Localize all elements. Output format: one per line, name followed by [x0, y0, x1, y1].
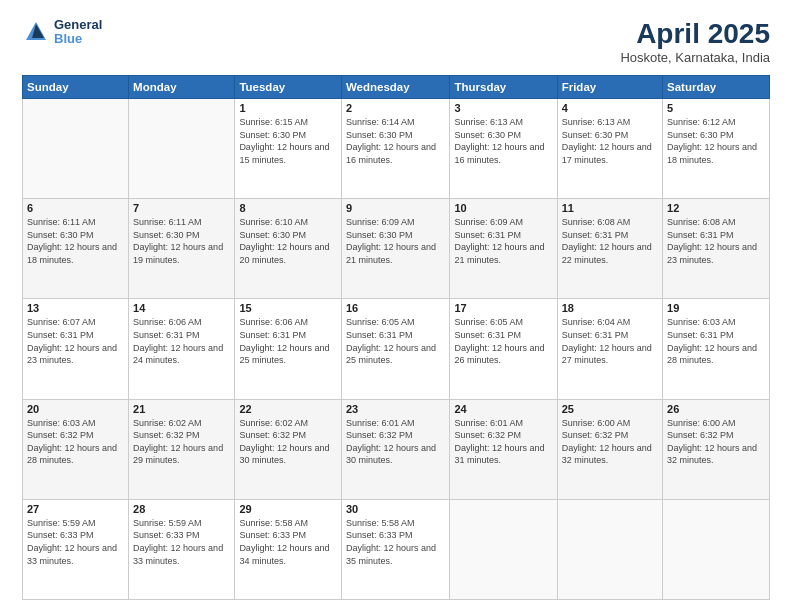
calendar-cell: 2Sunrise: 6:14 AMSunset: 6:30 PMDaylight…: [341, 99, 450, 199]
calendar-cell: 9Sunrise: 6:09 AMSunset: 6:30 PMDaylight…: [341, 199, 450, 299]
calendar-cell: 30Sunrise: 5:58 AMSunset: 6:33 PMDayligh…: [341, 499, 450, 599]
location: Hoskote, Karnataka, India: [620, 50, 770, 65]
calendar-cell: 12Sunrise: 6:08 AMSunset: 6:31 PMDayligh…: [663, 199, 770, 299]
day-info: Sunrise: 6:03 AMSunset: 6:31 PMDaylight:…: [667, 316, 765, 366]
day-info: Sunrise: 6:05 AMSunset: 6:31 PMDaylight:…: [346, 316, 446, 366]
day-info: Sunrise: 6:12 AMSunset: 6:30 PMDaylight:…: [667, 116, 765, 166]
day-number: 29: [239, 503, 337, 515]
day-number: 23: [346, 403, 446, 415]
day-info: Sunrise: 5:59 AMSunset: 6:33 PMDaylight:…: [27, 517, 124, 567]
calendar-table: SundayMondayTuesdayWednesdayThursdayFrid…: [22, 75, 770, 600]
day-info: Sunrise: 6:02 AMSunset: 6:32 PMDaylight:…: [133, 417, 230, 467]
day-number: 9: [346, 202, 446, 214]
day-info: Sunrise: 6:03 AMSunset: 6:32 PMDaylight:…: [27, 417, 124, 467]
calendar-cell: 7Sunrise: 6:11 AMSunset: 6:30 PMDaylight…: [129, 199, 235, 299]
weekday-header-row: SundayMondayTuesdayWednesdayThursdayFrid…: [23, 76, 770, 99]
day-info: Sunrise: 6:15 AMSunset: 6:30 PMDaylight:…: [239, 116, 337, 166]
day-number: 19: [667, 302, 765, 314]
day-info: Sunrise: 6:14 AMSunset: 6:30 PMDaylight:…: [346, 116, 446, 166]
calendar-cell: 21Sunrise: 6:02 AMSunset: 6:32 PMDayligh…: [129, 399, 235, 499]
calendar-cell: 23Sunrise: 6:01 AMSunset: 6:32 PMDayligh…: [341, 399, 450, 499]
day-number: 25: [562, 403, 658, 415]
day-info: Sunrise: 6:04 AMSunset: 6:31 PMDaylight:…: [562, 316, 658, 366]
weekday-header: Thursday: [450, 76, 557, 99]
logo-line2: Blue: [54, 32, 102, 46]
day-number: 27: [27, 503, 124, 515]
day-number: 10: [454, 202, 552, 214]
day-info: Sunrise: 6:13 AMSunset: 6:30 PMDaylight:…: [562, 116, 658, 166]
calendar-cell: 27Sunrise: 5:59 AMSunset: 6:33 PMDayligh…: [23, 499, 129, 599]
calendar-week-row: 6Sunrise: 6:11 AMSunset: 6:30 PMDaylight…: [23, 199, 770, 299]
calendar-cell: 22Sunrise: 6:02 AMSunset: 6:32 PMDayligh…: [235, 399, 342, 499]
day-info: Sunrise: 6:06 AMSunset: 6:31 PMDaylight:…: [239, 316, 337, 366]
day-number: 22: [239, 403, 337, 415]
day-info: Sunrise: 5:59 AMSunset: 6:33 PMDaylight:…: [133, 517, 230, 567]
weekday-header: Wednesday: [341, 76, 450, 99]
calendar-cell: 29Sunrise: 5:58 AMSunset: 6:33 PMDayligh…: [235, 499, 342, 599]
calendar-cell: 3Sunrise: 6:13 AMSunset: 6:30 PMDaylight…: [450, 99, 557, 199]
day-number: 1: [239, 102, 337, 114]
weekday-header: Friday: [557, 76, 662, 99]
day-number: 26: [667, 403, 765, 415]
calendar-cell: 20Sunrise: 6:03 AMSunset: 6:32 PMDayligh…: [23, 399, 129, 499]
weekday-header: Tuesday: [235, 76, 342, 99]
calendar-week-row: 20Sunrise: 6:03 AMSunset: 6:32 PMDayligh…: [23, 399, 770, 499]
calendar-week-row: 27Sunrise: 5:59 AMSunset: 6:33 PMDayligh…: [23, 499, 770, 599]
day-number: 5: [667, 102, 765, 114]
day-info: Sunrise: 6:01 AMSunset: 6:32 PMDaylight:…: [346, 417, 446, 467]
day-number: 2: [346, 102, 446, 114]
calendar-cell: 28Sunrise: 5:59 AMSunset: 6:33 PMDayligh…: [129, 499, 235, 599]
day-number: 14: [133, 302, 230, 314]
day-number: 7: [133, 202, 230, 214]
day-info: Sunrise: 6:09 AMSunset: 6:31 PMDaylight:…: [454, 216, 552, 266]
day-number: 28: [133, 503, 230, 515]
weekday-header: Monday: [129, 76, 235, 99]
calendar-cell: 24Sunrise: 6:01 AMSunset: 6:32 PMDayligh…: [450, 399, 557, 499]
day-number: 21: [133, 403, 230, 415]
day-number: 11: [562, 202, 658, 214]
calendar-cell: 10Sunrise: 6:09 AMSunset: 6:31 PMDayligh…: [450, 199, 557, 299]
day-info: Sunrise: 6:08 AMSunset: 6:31 PMDaylight:…: [667, 216, 765, 266]
calendar-cell: 14Sunrise: 6:06 AMSunset: 6:31 PMDayligh…: [129, 299, 235, 399]
calendar-cell: [557, 499, 662, 599]
day-info: Sunrise: 6:11 AMSunset: 6:30 PMDaylight:…: [27, 216, 124, 266]
logo-line1: General: [54, 18, 102, 32]
logo: General Blue: [22, 18, 102, 47]
day-info: Sunrise: 6:02 AMSunset: 6:32 PMDaylight:…: [239, 417, 337, 467]
calendar-cell: [129, 99, 235, 199]
calendar-week-row: 13Sunrise: 6:07 AMSunset: 6:31 PMDayligh…: [23, 299, 770, 399]
calendar-cell: 8Sunrise: 6:10 AMSunset: 6:30 PMDaylight…: [235, 199, 342, 299]
day-number: 30: [346, 503, 446, 515]
month-year: April 2025: [620, 18, 770, 50]
day-number: 17: [454, 302, 552, 314]
day-info: Sunrise: 6:00 AMSunset: 6:32 PMDaylight:…: [562, 417, 658, 467]
day-number: 6: [27, 202, 124, 214]
calendar-cell: 6Sunrise: 6:11 AMSunset: 6:30 PMDaylight…: [23, 199, 129, 299]
day-info: Sunrise: 6:13 AMSunset: 6:30 PMDaylight:…: [454, 116, 552, 166]
day-number: 16: [346, 302, 446, 314]
calendar-cell: 17Sunrise: 6:05 AMSunset: 6:31 PMDayligh…: [450, 299, 557, 399]
day-info: Sunrise: 5:58 AMSunset: 6:33 PMDaylight:…: [346, 517, 446, 567]
calendar-cell: 25Sunrise: 6:00 AMSunset: 6:32 PMDayligh…: [557, 399, 662, 499]
calendar-cell: 15Sunrise: 6:06 AMSunset: 6:31 PMDayligh…: [235, 299, 342, 399]
calendar-cell: 19Sunrise: 6:03 AMSunset: 6:31 PMDayligh…: [663, 299, 770, 399]
calendar-cell: 11Sunrise: 6:08 AMSunset: 6:31 PMDayligh…: [557, 199, 662, 299]
day-number: 12: [667, 202, 765, 214]
weekday-header: Sunday: [23, 76, 129, 99]
day-number: 24: [454, 403, 552, 415]
calendar-week-row: 1Sunrise: 6:15 AMSunset: 6:30 PMDaylight…: [23, 99, 770, 199]
day-info: Sunrise: 6:01 AMSunset: 6:32 PMDaylight:…: [454, 417, 552, 467]
page: General Blue April 2025 Hoskote, Karnata…: [0, 0, 792, 612]
day-number: 15: [239, 302, 337, 314]
day-info: Sunrise: 6:11 AMSunset: 6:30 PMDaylight:…: [133, 216, 230, 266]
calendar-cell: 26Sunrise: 6:00 AMSunset: 6:32 PMDayligh…: [663, 399, 770, 499]
calendar-cell: 16Sunrise: 6:05 AMSunset: 6:31 PMDayligh…: [341, 299, 450, 399]
logo-icon: [22, 18, 50, 46]
calendar-cell: 1Sunrise: 6:15 AMSunset: 6:30 PMDaylight…: [235, 99, 342, 199]
day-number: 3: [454, 102, 552, 114]
day-number: 18: [562, 302, 658, 314]
day-info: Sunrise: 6:07 AMSunset: 6:31 PMDaylight:…: [27, 316, 124, 366]
day-number: 8: [239, 202, 337, 214]
logo-text: General Blue: [54, 18, 102, 47]
day-number: 4: [562, 102, 658, 114]
